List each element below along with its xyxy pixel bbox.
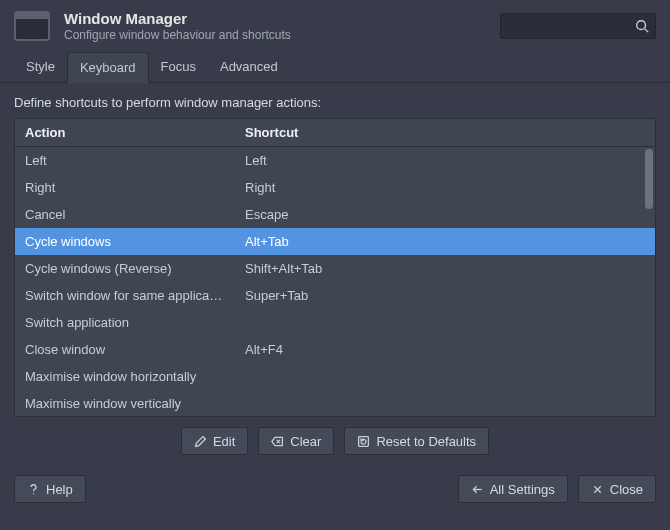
cell-action: Switch application	[15, 315, 235, 330]
cell-action: Close window	[15, 342, 235, 357]
instruction-label: Define shortcuts to perform window manag…	[14, 95, 656, 110]
table-row[interactable]: LeftLeft	[15, 147, 655, 174]
table-row[interactable]: Switch application	[15, 309, 655, 336]
search-input[interactable]	[500, 13, 656, 39]
column-header-shortcut[interactable]: Shortcut	[235, 119, 655, 146]
cell-shortcut: Alt+Tab	[235, 234, 655, 249]
search-icon	[635, 19, 649, 33]
content: Define shortcuts to perform window manag…	[0, 83, 670, 465]
cell-shortcut: Alt+F4	[235, 342, 655, 357]
svg-line-1	[645, 29, 649, 33]
table-header: Action Shortcut	[15, 119, 655, 147]
scrollbar[interactable]	[645, 149, 653, 414]
cell-shortcut: Super+Tab	[235, 288, 655, 303]
table-row[interactable]: Maximise window horizontally	[15, 363, 655, 390]
cell-action: Cycle windows (Reverse)	[15, 261, 235, 276]
cell-action: Switch window for same application	[15, 288, 235, 303]
clear-button[interactable]: Clear	[258, 427, 334, 455]
svg-point-5	[33, 492, 34, 493]
cell-shortcut: Right	[235, 180, 655, 195]
arrow-left-icon	[471, 483, 484, 496]
close-button[interactable]: Close	[578, 475, 656, 503]
help-label: Help	[46, 482, 73, 497]
svg-rect-4	[359, 436, 369, 446]
svg-point-0	[637, 21, 646, 30]
reset-icon	[357, 435, 370, 448]
table-row[interactable]: Switch window for same applicationSuper+…	[15, 282, 655, 309]
header-text: Window Manager Configure window behaviou…	[64, 10, 486, 42]
reset-label: Reset to Defaults	[376, 434, 476, 449]
tab-focus[interactable]: Focus	[149, 52, 208, 82]
edit-button[interactable]: Edit	[181, 427, 248, 455]
cell-shortcut: Left	[235, 153, 655, 168]
pencil-icon	[194, 435, 207, 448]
all-settings-label: All Settings	[490, 482, 555, 497]
clear-label: Clear	[290, 434, 321, 449]
table-row[interactable]: Maximise window vertically	[15, 390, 655, 416]
cell-action: Cycle windows	[15, 234, 235, 249]
header: Window Manager Configure window behaviou…	[0, 0, 670, 52]
shortcuts-table: Action Shortcut LeftLeftRightRightCancel…	[14, 118, 656, 417]
column-header-action[interactable]: Action	[15, 119, 235, 146]
table-row[interactable]: CancelEscape	[15, 201, 655, 228]
cell-shortcut: Escape	[235, 207, 655, 222]
edit-label: Edit	[213, 434, 235, 449]
tab-keyboard[interactable]: Keyboard	[67, 52, 149, 83]
table-row[interactable]: Cycle windowsAlt+Tab	[15, 228, 655, 255]
close-label: Close	[610, 482, 643, 497]
cell-action: Right	[15, 180, 235, 195]
table-body[interactable]: LeftLeftRightRightCancelEscapeCycle wind…	[15, 147, 655, 416]
header-subtitle: Configure window behaviour and shortcuts	[64, 28, 486, 42]
cell-action: Cancel	[15, 207, 235, 222]
cell-action: Maximise window horizontally	[15, 369, 235, 384]
table-row[interactable]: Close windowAlt+F4	[15, 336, 655, 363]
cell-action: Left	[15, 153, 235, 168]
footer: Help All Settings Close	[0, 465, 670, 515]
question-icon	[27, 483, 40, 496]
table-row[interactable]: RightRight	[15, 174, 655, 201]
all-settings-button[interactable]: All Settings	[458, 475, 568, 503]
help-button[interactable]: Help	[14, 475, 86, 503]
backspace-icon	[271, 435, 284, 448]
table-row[interactable]: Cycle windows (Reverse)Shift+Alt+Tab	[15, 255, 655, 282]
tabs: StyleKeyboardFocusAdvanced	[0, 52, 670, 83]
header-title: Window Manager	[64, 10, 486, 27]
cell-action: Maximise window vertically	[15, 396, 235, 411]
close-icon	[591, 483, 604, 496]
cell-shortcut: Shift+Alt+Tab	[235, 261, 655, 276]
tab-advanced[interactable]: Advanced	[208, 52, 290, 82]
scrollbar-thumb[interactable]	[645, 149, 653, 209]
spacer	[96, 475, 448, 503]
tab-style[interactable]: Style	[14, 52, 67, 82]
window-manager-icon	[14, 11, 50, 41]
reset-button[interactable]: Reset to Defaults	[344, 427, 489, 455]
action-buttons: Edit Clear Reset to Defaults	[14, 427, 656, 455]
